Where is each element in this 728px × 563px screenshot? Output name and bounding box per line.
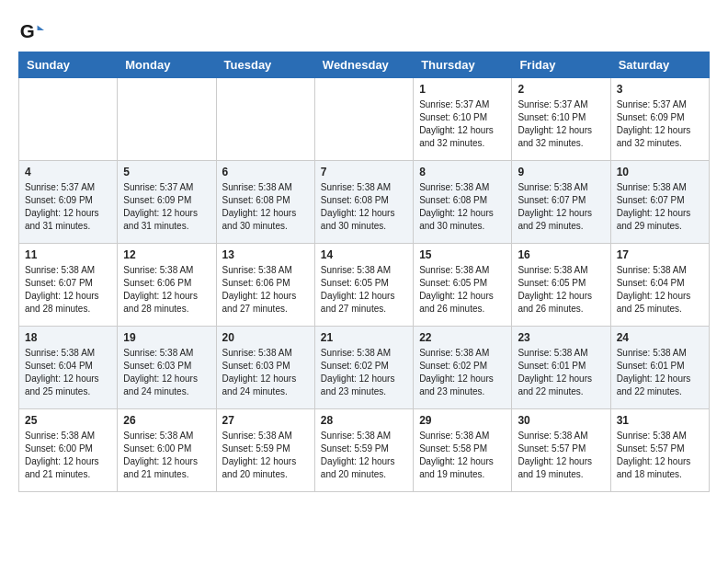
- calendar-cell: 8Sunrise: 5:38 AM Sunset: 6:08 PM Daylig…: [414, 161, 512, 244]
- day-number: 10: [617, 166, 703, 178]
- day-number: 15: [419, 248, 506, 261]
- day-number: 27: [222, 414, 309, 427]
- calendar-table: SundayMondayTuesdayWednesdayThursdayFrid…: [18, 52, 710, 492]
- calendar-cell: 9Sunrise: 5:38 AM Sunset: 6:07 PM Daylig…: [512, 161, 610, 244]
- calendar-cell: 26Sunrise: 5:38 AM Sunset: 6:00 PM Dayli…: [118, 409, 216, 492]
- day-number: 18: [25, 331, 111, 344]
- svg-marker-1: [38, 25, 44, 30]
- day-info: Sunrise: 5:38 AM Sunset: 6:00 PM Dayligh…: [123, 430, 210, 481]
- day-info: Sunrise: 5:38 AM Sunset: 6:03 PM Dayligh…: [222, 347, 309, 398]
- day-number: 22: [419, 331, 506, 344]
- day-header-wednesday: Wednesday: [314, 52, 413, 78]
- day-number: 4: [25, 166, 111, 178]
- calendar-cell: 7Sunrise: 5:38 AM Sunset: 6:08 PM Daylig…: [314, 161, 413, 244]
- calendar-cell: 10Sunrise: 5:38 AM Sunset: 6:07 PM Dayli…: [610, 161, 709, 244]
- calendar-cell: 16Sunrise: 5:38 AM Sunset: 6:05 PM Dayli…: [512, 244, 610, 327]
- day-info: Sunrise: 5:38 AM Sunset: 5:57 PM Dayligh…: [617, 430, 703, 481]
- calendar-cell: 4Sunrise: 5:37 AM Sunset: 6:09 PM Daylig…: [19, 161, 118, 244]
- calendar-cell: 23Sunrise: 5:38 AM Sunset: 6:01 PM Dayli…: [512, 327, 610, 409]
- day-info: Sunrise: 5:38 AM Sunset: 6:01 PM Dayligh…: [518, 347, 604, 398]
- day-info: Sunrise: 5:38 AM Sunset: 6:08 PM Dayligh…: [222, 181, 309, 233]
- day-number: 30: [518, 414, 604, 427]
- day-info: Sunrise: 5:37 AM Sunset: 6:09 PM Dayligh…: [25, 181, 111, 233]
- day-header-sunday: Sunday: [19, 52, 118, 78]
- day-info: Sunrise: 5:38 AM Sunset: 6:00 PM Dayligh…: [25, 430, 111, 481]
- calendar-cell: 18Sunrise: 5:38 AM Sunset: 6:04 PM Dayli…: [19, 327, 118, 409]
- day-number: 21: [321, 331, 407, 344]
- day-info: Sunrise: 5:38 AM Sunset: 6:02 PM Dayligh…: [419, 347, 506, 398]
- calendar-week-5: 25Sunrise: 5:38 AM Sunset: 6:00 PM Dayli…: [19, 409, 710, 492]
- svg-text:G: G: [20, 20, 35, 41]
- calendar-cell: 13Sunrise: 5:38 AM Sunset: 6:06 PM Dayli…: [216, 244, 314, 327]
- day-info: Sunrise: 5:38 AM Sunset: 6:07 PM Dayligh…: [518, 181, 604, 233]
- day-number: 1: [419, 83, 506, 96]
- day-info: Sunrise: 5:38 AM Sunset: 5:59 PM Dayligh…: [321, 430, 407, 481]
- day-number: 16: [518, 248, 604, 261]
- day-number: 12: [123, 248, 210, 261]
- day-number: 24: [617, 331, 703, 344]
- day-info: Sunrise: 5:38 AM Sunset: 6:06 PM Dayligh…: [123, 264, 210, 316]
- calendar-cell: [314, 78, 413, 161]
- calendar-cell: 1Sunrise: 5:37 AM Sunset: 6:10 PM Daylig…: [414, 78, 512, 161]
- day-number: 19: [123, 331, 210, 344]
- day-number: 6: [222, 166, 309, 178]
- calendar-cell: 15Sunrise: 5:38 AM Sunset: 6:05 PM Dayli…: [414, 244, 512, 327]
- calendar-cell: 24Sunrise: 5:38 AM Sunset: 6:01 PM Dayli…: [610, 327, 709, 409]
- calendar-cell: [118, 78, 216, 161]
- day-number: 8: [419, 166, 506, 178]
- day-header-friday: Friday: [512, 52, 610, 78]
- day-info: Sunrise: 5:38 AM Sunset: 6:04 PM Dayligh…: [25, 347, 111, 398]
- calendar-cell: 31Sunrise: 5:38 AM Sunset: 5:57 PM Dayli…: [610, 409, 709, 492]
- calendar-cell: 30Sunrise: 5:38 AM Sunset: 5:57 PM Dayli…: [512, 409, 610, 492]
- day-info: Sunrise: 5:38 AM Sunset: 5:58 PM Dayligh…: [419, 430, 506, 481]
- day-info: Sunrise: 5:38 AM Sunset: 6:02 PM Dayligh…: [321, 347, 407, 398]
- calendar-week-3: 11Sunrise: 5:38 AM Sunset: 6:07 PM Dayli…: [19, 244, 710, 327]
- day-header-monday: Monday: [118, 52, 216, 78]
- day-number: 13: [222, 248, 309, 261]
- calendar-cell: [19, 78, 118, 161]
- day-info: Sunrise: 5:38 AM Sunset: 5:57 PM Dayligh…: [518, 430, 604, 481]
- logo: G: [18, 18, 48, 44]
- calendar-week-4: 18Sunrise: 5:38 AM Sunset: 6:04 PM Dayli…: [19, 327, 710, 409]
- calendar-cell: 20Sunrise: 5:38 AM Sunset: 6:03 PM Dayli…: [216, 327, 314, 409]
- day-info: Sunrise: 5:37 AM Sunset: 6:10 PM Dayligh…: [419, 98, 506, 150]
- day-info: Sunrise: 5:38 AM Sunset: 6:05 PM Dayligh…: [419, 264, 506, 316]
- day-number: 23: [518, 331, 604, 344]
- day-header-saturday: Saturday: [610, 52, 709, 78]
- day-number: 31: [617, 414, 703, 427]
- calendar-cell: [216, 78, 314, 161]
- day-number: 25: [25, 414, 111, 427]
- day-header-thursday: Thursday: [414, 52, 512, 78]
- calendar-cell: 21Sunrise: 5:38 AM Sunset: 6:02 PM Dayli…: [314, 327, 413, 409]
- calendar-cell: 28Sunrise: 5:38 AM Sunset: 5:59 PM Dayli…: [314, 409, 413, 492]
- day-info: Sunrise: 5:38 AM Sunset: 6:06 PM Dayligh…: [222, 264, 309, 316]
- day-number: 26: [123, 414, 210, 427]
- day-number: 29: [419, 414, 506, 427]
- day-number: 7: [321, 166, 407, 178]
- day-number: 5: [123, 166, 210, 178]
- calendar-week-2: 4Sunrise: 5:37 AM Sunset: 6:09 PM Daylig…: [19, 161, 710, 244]
- day-info: Sunrise: 5:37 AM Sunset: 6:09 PM Dayligh…: [123, 181, 210, 233]
- day-number: 14: [321, 248, 407, 261]
- day-number: 28: [321, 414, 407, 427]
- calendar-cell: 6Sunrise: 5:38 AM Sunset: 6:08 PM Daylig…: [216, 161, 314, 244]
- calendar-cell: 2Sunrise: 5:37 AM Sunset: 6:10 PM Daylig…: [512, 78, 610, 161]
- calendar-cell: 29Sunrise: 5:38 AM Sunset: 5:58 PM Dayli…: [414, 409, 512, 492]
- day-info: Sunrise: 5:38 AM Sunset: 6:04 PM Dayligh…: [617, 264, 703, 316]
- day-info: Sunrise: 5:38 AM Sunset: 6:07 PM Dayligh…: [25, 264, 111, 316]
- calendar-cell: 17Sunrise: 5:38 AM Sunset: 6:04 PM Dayli…: [610, 244, 709, 327]
- calendar-cell: 11Sunrise: 5:38 AM Sunset: 6:07 PM Dayli…: [19, 244, 118, 327]
- calendar-cell: 12Sunrise: 5:38 AM Sunset: 6:06 PM Dayli…: [118, 244, 216, 327]
- day-info: Sunrise: 5:38 AM Sunset: 6:05 PM Dayligh…: [518, 264, 604, 316]
- day-info: Sunrise: 5:38 AM Sunset: 6:01 PM Dayligh…: [617, 347, 703, 398]
- day-info: Sunrise: 5:38 AM Sunset: 6:07 PM Dayligh…: [617, 181, 703, 233]
- day-number: 2: [518, 83, 604, 96]
- logo-icon: G: [18, 18, 44, 44]
- calendar-header-row: SundayMondayTuesdayWednesdayThursdayFrid…: [19, 52, 710, 78]
- calendar-cell: 19Sunrise: 5:38 AM Sunset: 6:03 PM Dayli…: [118, 327, 216, 409]
- calendar-cell: 27Sunrise: 5:38 AM Sunset: 5:59 PM Dayli…: [216, 409, 314, 492]
- day-number: 3: [617, 83, 703, 96]
- day-info: Sunrise: 5:37 AM Sunset: 6:09 PM Dayligh…: [617, 98, 703, 150]
- day-info: Sunrise: 5:38 AM Sunset: 5:59 PM Dayligh…: [222, 430, 309, 481]
- calendar-cell: 25Sunrise: 5:38 AM Sunset: 6:00 PM Dayli…: [19, 409, 118, 492]
